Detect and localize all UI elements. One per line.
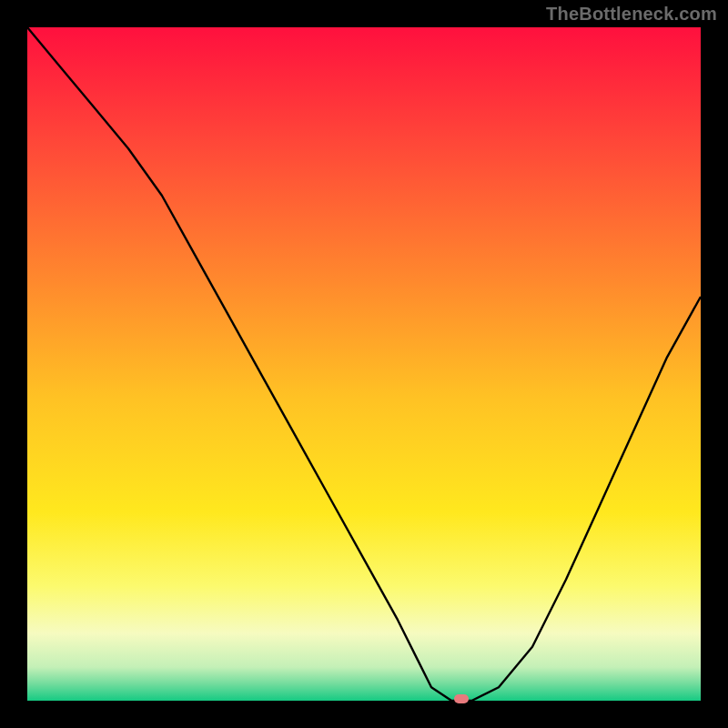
optimal-marker: [454, 694, 469, 703]
svg-rect-0: [27, 27, 701, 701]
gradient-background: [27, 27, 701, 701]
watermark-text: TheBottleneck.com: [546, 4, 717, 25]
chart-container: TheBottleneck.com: [0, 0, 728, 728]
